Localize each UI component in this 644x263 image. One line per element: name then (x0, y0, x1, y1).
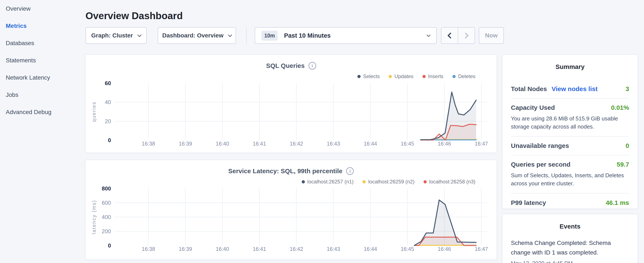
time-back-button[interactable] (442, 28, 458, 43)
chart-legend: SelectsUpdatesInsertsDeletes (358, 73, 476, 79)
legend-item[interactable]: Deletes (452, 73, 476, 79)
dashboard-dropdown-label: Dashboard: Overview (162, 32, 224, 39)
legend-label: Updates (394, 73, 413, 79)
svg-text:queries: queries (91, 102, 97, 122)
legend-dot-icon (362, 180, 366, 183)
svg-text:16:39: 16:39 (179, 141, 192, 147)
legend-item[interactable]: Inserts (422, 73, 444, 79)
graph-scope-dropdown[interactable]: Graph: Cluster (86, 27, 147, 44)
legend-dot-icon (424, 180, 427, 183)
info-icon[interactable]: i (308, 62, 316, 70)
event-text: Schema Change Completed: Schema change w… (511, 238, 629, 257)
sidebar-item-network-latency[interactable]: Network Latency (0, 69, 82, 86)
legend-item[interactable]: localhost:26259 (n2) (362, 179, 414, 185)
svg-text:16:41: 16:41 (253, 141, 266, 147)
events-panel: Events Schema Change Completed: Schema c… (502, 214, 638, 263)
svg-text:16:47: 16:47 (475, 246, 488, 252)
summary-row-value: 59.7 (617, 161, 629, 168)
info-icon[interactable]: i (346, 167, 354, 175)
time-range-label: Past 10 Minutes (284, 32, 330, 39)
legend-item[interactable]: Updates (389, 73, 413, 79)
legend-dot-icon (302, 180, 305, 183)
svg-text:0: 0 (108, 242, 111, 249)
time-range-dropdown[interactable]: 10m Past 10 Minutes (255, 27, 437, 44)
summary-row-label: Capacity Used (511, 104, 555, 111)
now-button[interactable]: Now (479, 27, 504, 44)
legend-dot-icon (452, 75, 456, 78)
sidebar-nav: OverviewMetricsDatabasesStatementsNetwor… (0, 0, 82, 121)
summary-row-label: Queries per second (511, 161, 570, 168)
sidebar-item-statements[interactable]: Statements (0, 52, 82, 69)
summary-row-value: 0 (626, 142, 629, 149)
service-latency-chart-card: 020040060080016:3816:3916:4016:4116:4216… (85, 160, 497, 260)
svg-text:16:42: 16:42 (290, 246, 303, 252)
svg-text:latency (ms): latency (ms) (91, 200, 97, 234)
chevron-left-icon (447, 33, 453, 39)
page-title: Overview Dashboard (86, 10, 183, 22)
sidebar-item-overview[interactable]: Overview (0, 0, 82, 17)
legend-label: localhost:26257 (n1) (308, 179, 354, 185)
controls-divider (246, 27, 247, 44)
now-button-label: Now (485, 32, 498, 39)
svg-text:16:47: 16:47 (475, 141, 488, 147)
svg-text:0: 0 (108, 137, 111, 143)
svg-text:16:38: 16:38 (142, 246, 155, 252)
svg-text:16:46: 16:46 (438, 141, 451, 147)
sidebar-item-jobs[interactable]: Jobs (0, 86, 82, 103)
chevron-down-icon (228, 33, 232, 37)
svg-text:16:38: 16:38 (142, 141, 155, 147)
chart-title: SQL Queries (266, 62, 304, 69)
svg-text:16:42: 16:42 (290, 141, 303, 147)
svg-text:200: 200 (102, 228, 111, 234)
legend-item[interactable]: Selects (358, 73, 380, 79)
svg-text:800: 800 (102, 185, 111, 192)
svg-text:16:43: 16:43 (327, 246, 340, 252)
svg-text:16:45: 16:45 (401, 141, 414, 147)
sidebar-item-databases[interactable]: Databases (0, 35, 82, 52)
legend-label: localhost:26258 (n3) (429, 179, 476, 185)
summary-row: Queries per second59.7Sum of Selects, Up… (511, 155, 629, 193)
summary-row-label: Unavailable ranges (511, 142, 569, 149)
dashboard-dropdown[interactable]: Dashboard: Overview (158, 27, 236, 44)
chevron-right-icon (462, 33, 468, 39)
svg-text:16:40: 16:40 (216, 246, 229, 252)
summary-row-subtext: You are using 28.6 MiB of 515.9 GiB usab… (511, 115, 629, 131)
legend-label: Deletes (458, 73, 476, 79)
svg-text:16:39: 16:39 (179, 246, 192, 252)
svg-text:600: 600 (102, 200, 111, 206)
sql-queries-chart-card: 020406016:3816:3916:4016:4116:4216:4316:… (85, 54, 497, 153)
legend-label: Selects (363, 73, 380, 79)
summary-row: Unavailable ranges0 (511, 137, 629, 155)
view-nodes-list-link[interactable]: View nodes list (552, 85, 598, 93)
summary-row: Capacity Used0.01%You are using 28.6 MiB… (511, 99, 629, 137)
summary-row-value: 3 (626, 85, 629, 93)
summary-row-subtext: Sum of Selects, Updates, Inserts, and De… (511, 171, 629, 187)
summary-row-label: P99 latency (511, 199, 546, 206)
legend-item[interactable]: localhost:26258 (n3) (424, 179, 476, 185)
time-forward-button[interactable] (458, 28, 474, 43)
chart-title: Service Latency: SQL, 99th percentile (228, 167, 342, 175)
graph-scope-dropdown-label: Graph: Cluster (91, 32, 133, 39)
service-latency-chart[interactable]: 020040060080016:3816:3916:4016:4116:4216… (86, 160, 497, 259)
chart-legend: localhost:26257 (n1)localhost:26259 (n2)… (302, 179, 476, 185)
event-list-item[interactable]: Schema Change Completed: Schema change w… (511, 238, 629, 263)
sidebar-item-advanced-debug[interactable]: Advanced Debug (0, 103, 82, 121)
summary-row-value: 0.01% (611, 104, 629, 111)
chevron-down-icon (426, 33, 430, 37)
sidebar-item-metrics[interactable]: Metrics (0, 17, 82, 35)
summary-rows: Total NodesView nodes list3Capacity Used… (511, 80, 629, 209)
svg-text:16:45: 16:45 (401, 246, 414, 252)
legend-dot-icon (422, 75, 426, 78)
legend-dot-icon (358, 75, 360, 78)
event-timestamp: May 13, 2020 at 4:45 PM (511, 260, 629, 263)
chevron-down-icon (137, 33, 142, 37)
svg-text:16:46: 16:46 (438, 246, 451, 252)
legend-dot-icon (389, 75, 392, 78)
time-step-buttons (441, 27, 475, 44)
svg-text:400: 400 (102, 214, 111, 220)
overview-dashboard-page: { "page": { "title": "Overview Dashboard… (0, 0, 644, 263)
svg-text:40: 40 (105, 99, 111, 105)
legend-item[interactable]: localhost:26257 (n1) (302, 179, 354, 185)
legend-label: localhost:26259 (n2) (368, 179, 414, 185)
svg-text:16:44: 16:44 (364, 141, 377, 147)
